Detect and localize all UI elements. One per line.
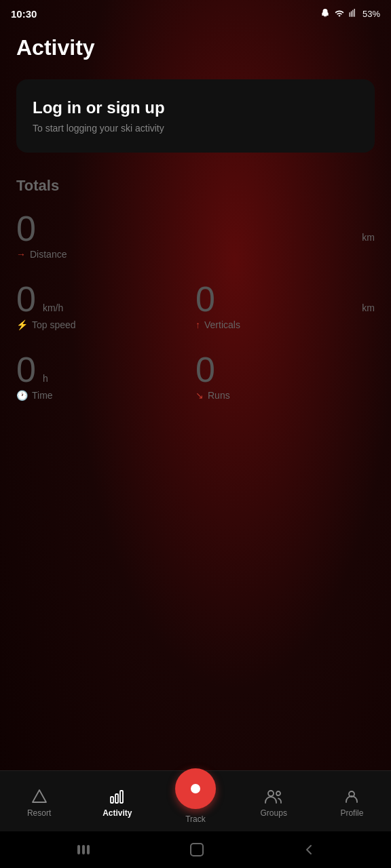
time-runs-row: 0 h 🕐 Time 0 ↘ Runs: [16, 352, 375, 401]
time-stat: 0 h 🕐 Time: [16, 352, 196, 401]
profile-label: Profile: [340, 808, 363, 818]
nav-item-groups[interactable]: Groups: [235, 788, 313, 818]
distance-stat: 0 km → Distance: [16, 211, 375, 260]
runs-icon: ↘: [196, 390, 204, 401]
wifi-icon: [334, 9, 345, 18]
svg-point-6: [276, 791, 280, 795]
svg-rect-3: [120, 791, 123, 803]
totals-section: Totals 0 km → Distance 0 km/h ⚡ Top spe: [0, 166, 391, 479]
totals-heading: Totals: [16, 177, 375, 195]
speed-verticals-row: 0 km/h ⚡ Top speed 0 km ↑ Verticals: [16, 281, 375, 330]
svg-rect-10: [87, 845, 90, 854]
time-value-line: 0 h: [16, 352, 196, 387]
svg-rect-2: [115, 794, 118, 803]
profile-icon: [343, 788, 360, 806]
verticals-stat: 0 km ↑ Verticals: [196, 281, 375, 330]
signal-icon: [349, 9, 358, 18]
runs-stat: 0 ↘ Runs: [196, 352, 375, 401]
verticals-value: 0: [196, 281, 215, 317]
status-bar: 10:30 53%: [0, 0, 391, 24]
page-title: Activity: [16, 35, 375, 60]
top-speed-value-line: 0 km/h: [16, 281, 196, 317]
speed-icon: ⚡: [16, 319, 28, 330]
top-speed-label-row: ⚡ Top speed: [16, 319, 196, 330]
page-header: Activity: [0, 24, 391, 66]
runs-value: 0: [196, 352, 215, 387]
system-home-button[interactable]: [189, 842, 204, 857]
runs-value-line: 0: [196, 352, 375, 387]
verticals-unit: km: [362, 302, 375, 313]
track-button[interactable]: [175, 768, 216, 809]
status-icons: 53%: [320, 9, 380, 19]
svg-marker-0: [33, 790, 46, 802]
time-value: 0: [16, 352, 36, 387]
svg-rect-11: [191, 844, 203, 856]
battery-indicator: 53%: [362, 9, 380, 19]
login-card-subtitle: To start logging your ski activity: [33, 123, 358, 134]
nav-item-track[interactable]: Track: [156, 782, 234, 824]
top-speed-value: 0: [16, 281, 36, 317]
verticals-value-line: 0 km: [196, 281, 375, 317]
distance-label-row: → Distance: [16, 249, 375, 260]
verticals-label-row: ↑ Verticals: [196, 319, 375, 330]
system-menu-button[interactable]: [76, 844, 91, 855]
verticals-label: Verticals: [204, 319, 240, 330]
vertical-icon: ↑: [196, 319, 200, 330]
system-nav: [0, 831, 391, 868]
track-label: Track: [185, 814, 206, 824]
distance-unit: km: [362, 232, 375, 243]
distance-value-line: 0 km: [16, 211, 375, 246]
groups-label: Groups: [261, 808, 287, 818]
svg-point-4: [191, 784, 200, 793]
nav-item-profile[interactable]: Profile: [313, 788, 391, 818]
svg-rect-1: [111, 797, 113, 803]
runs-label-row: ↘ Runs: [196, 390, 375, 401]
top-speed-unit: km/h: [43, 302, 63, 313]
login-card-title: Log in or sign up: [33, 98, 358, 117]
distance-icon: →: [16, 249, 26, 260]
time-unit: h: [43, 373, 48, 384]
resort-icon: [31, 788, 48, 806]
time-icon: 🕐: [16, 390, 28, 401]
distance-label: Distance: [30, 249, 67, 260]
resort-label: Resort: [27, 808, 51, 818]
login-card[interactable]: Log in or sign up To start logging your …: [16, 79, 375, 153]
nav-item-activity[interactable]: Activity: [78, 788, 156, 818]
bottom-nav: Resort Activity Track: [0, 770, 391, 831]
groups-icon: [265, 788, 282, 806]
activity-icon: [109, 788, 126, 806]
activity-label: Activity: [103, 808, 132, 818]
runs-label: Runs: [208, 390, 230, 401]
system-back-button[interactable]: [303, 844, 315, 856]
svg-point-5: [268, 791, 274, 796]
svg-rect-8: [77, 845, 80, 854]
top-speed-stat: 0 km/h ⚡ Top speed: [16, 281, 196, 330]
time-label: Time: [32, 390, 53, 401]
distance-value: 0: [16, 211, 36, 246]
time-label-row: 🕐 Time: [16, 390, 196, 401]
notification-icon: [320, 9, 330, 18]
nav-item-resort[interactable]: Resort: [0, 788, 78, 818]
svg-rect-9: [82, 845, 85, 854]
content-spacer: [0, 479, 391, 771]
top-speed-label: Top speed: [32, 319, 76, 330]
status-time: 10:30: [11, 8, 37, 20]
